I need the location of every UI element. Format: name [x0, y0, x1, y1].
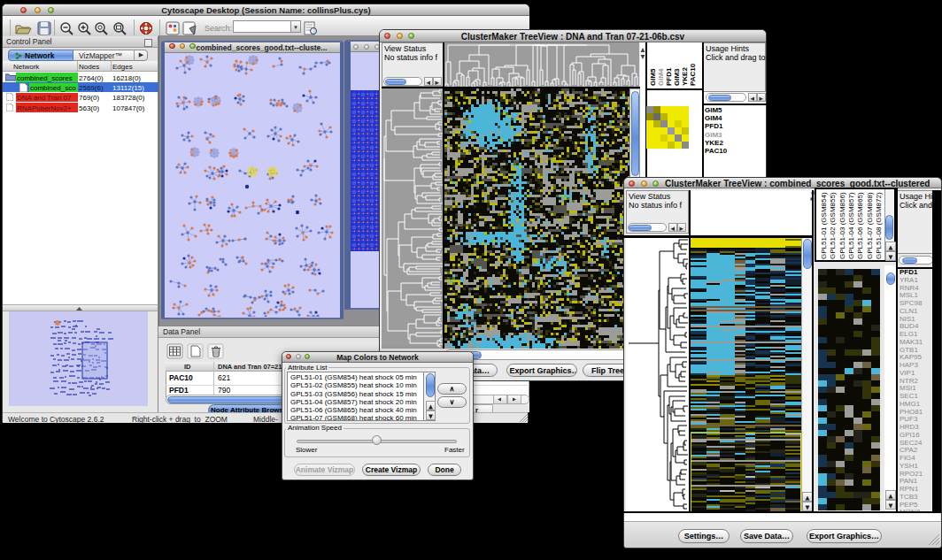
svg-text:GPL51-03 (GSM856): GPL51-03 (GSM856)	[838, 192, 846, 259]
svg-text:PFD1: PFD1	[665, 67, 673, 86]
svg-text:GPL51-08 (GSM872): GPL51-08 (GSM872)	[875, 192, 883, 259]
svg-text:GPL51-01 (GSM854): GPL51-01 (GSM854)	[820, 192, 828, 259]
svg-text:YKE2: YKE2	[681, 67, 689, 86]
svg-text:GIM3: GIM3	[673, 68, 681, 86]
svg-text:GPL51-06 (GSM865): GPL51-06 (GSM865)	[856, 192, 864, 259]
svg-text:PAC10: PAC10	[689, 63, 697, 86]
svg-text:GPL51-04 (GSM857): GPL51-04 (GSM857)	[847, 192, 855, 259]
svg-text:GIM4: GIM4	[657, 68, 665, 86]
svg-text:GPL51-02 (GSM855): GPL51-02 (GSM855)	[829, 192, 837, 259]
svg-text:GPL51-07 (GSM868): GPL51-07 (GSM868)	[866, 192, 874, 259]
svg-text:GIM5: GIM5	[649, 68, 657, 86]
